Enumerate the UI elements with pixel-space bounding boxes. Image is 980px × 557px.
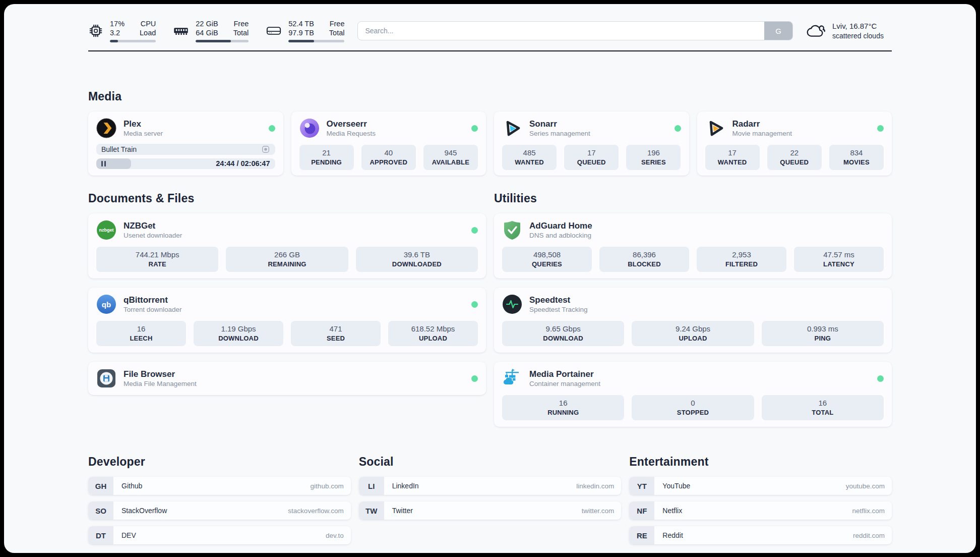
stat-tile-total: 16 TOTAL [762,395,884,420]
social-section-title: Social [359,455,622,469]
app-name: Sonarr [529,119,590,129]
memory-stat: 22 GiB 64 GiB Free Total [173,19,249,42]
app-card-qbittorrent[interactable]: qb qBittorrent Torrent downloader 16 LEE… [88,288,486,353]
disk-icon [266,23,282,38]
memory-label-1: Free [233,19,249,28]
bookmark-stackoverflow[interactable]: SO StackOverflow stackoverflow.com [88,502,351,520]
status-online-dot [675,125,681,132]
app-description: Torrent downloader [124,305,182,314]
bookmark-url: stackoverflow.com [288,507,343,515]
app-card-sonarr[interactable]: Sonarr Series management 485 WANTED 17 Q… [494,112,689,176]
app-card-plex[interactable]: Plex Media server Bullet Train 24:44 / 0 [88,112,283,176]
stat-tile-seed: 471 SEED [291,321,381,346]
status-online-dot [269,125,275,132]
stat-tile-download: 9.65 Gbps DOWNLOAD [502,321,624,346]
speedtest-icon [502,294,522,314]
bookmark-reddit[interactable]: RE Reddit reddit.com [629,526,892,544]
bookmark-abbr: SO [88,502,113,520]
cpu-label-2: Load [140,28,156,37]
bookmark-name: StackOverflow [121,507,167,515]
app-card-speedtest[interactable]: Speedtest Speedtest Tracking 9.65 Gbps D… [494,288,892,353]
app-name: Overseerr [327,119,376,129]
stat-tile-pending: 21 PENDING [299,145,354,170]
bookmark-url: dev.to [326,532,344,539]
media-section-title: Media [88,90,892,103]
bookmark-name: Twitter [392,507,413,515]
app-card-overseerr[interactable]: Overseerr Media Requests 21 PENDING 40 A… [291,112,486,176]
bookmark-url: twitter.com [582,507,615,515]
stat-tile-downloaded: 39.6 TB DOWNLOADED [356,247,478,272]
dashboard-page: 17% 3.2 CPU Load [4,4,976,553]
bookmark-name: Reddit [662,531,683,539]
weather-location-temp: Lviv, 16.87°C [832,21,884,31]
section-media: Media Plex Media server Bullet Train [88,90,892,176]
bookmark-url: linkedin.com [576,482,614,490]
bookmark-abbr: DT [88,526,113,544]
stat-tile-download: 1.19 Gbps DOWNLOAD [194,321,283,346]
overseerr-icon [299,118,320,138]
bookmark-url: github.com [311,482,344,490]
session-screen-icon [261,145,270,154]
app-card-radarr[interactable]: Radarr Movie management 17 WANTED 22 QUE… [697,112,892,176]
storage-stat: 52.4 TB 97.9 TB Free Total [266,19,344,42]
status-online-dot [471,301,478,308]
documents-section-title: Documents & Files [88,192,486,205]
radarr-icon [705,118,725,138]
bookmark-linkedin[interactable]: LI LinkedIn linkedin.com [359,477,622,495]
bookmark-name: DEV [121,531,136,539]
app-name: Plex [124,119,163,129]
stat-tile-approved: 40 APPROVED [361,145,416,170]
bookmarks-social: Social LI LinkedIn linkedin.com TW Twitt… [359,455,622,520]
bookmark-abbr: GH [88,477,113,495]
storage-free-value: 52.4 TB [288,19,314,28]
plex-icon [96,118,116,138]
bookmark-dev[interactable]: DT DEV dev.to [88,526,351,544]
qbittorrent-icon: qb [96,294,116,314]
now-playing-title: Bullet Train [101,145,137,153]
app-description: Usenet downloader [124,231,182,240]
utilities-section-title: Utilities [494,192,892,205]
memory-icon [173,23,189,38]
app-description: Speedtest Tracking [529,305,588,314]
system-stats: 17% 3.2 CPU Load [88,19,344,42]
storage-label-2: Total [329,28,345,37]
section-documents: Documents & Files nzbget NZBGet Usenet d… [88,192,486,395]
bookmark-netflix[interactable]: NF Netflix netflix.com [629,502,892,520]
app-card-adguard[interactable]: AdGuard Home DNS and adblocking 498,508 … [494,213,892,278]
cpu-icon [88,23,103,38]
bookmark-name: YouTube [662,482,690,490]
app-description: DNS and adblocking [529,231,592,240]
bookmark-abbr: LI [359,477,384,495]
app-name: Media Portainer [529,369,600,379]
cloud-icon [806,22,826,39]
cpu-percent: 17% [110,19,125,28]
storage-label-1: Free [329,19,345,28]
stat-tile-queued: 22 QUEUED [767,145,822,170]
header: 17% 3.2 CPU Load [88,19,892,42]
stat-tile-queued: 17 QUEUED [564,145,619,170]
bookmark-github[interactable]: GH Github github.com [88,477,351,495]
stat-tile-stopped: 0 STOPPED [632,395,754,420]
bookmark-twitter[interactable]: TW Twitter twitter.com [359,502,622,520]
adguard-icon [502,220,522,240]
status-online-dot [471,227,478,234]
filebrowser-icon [96,368,116,388]
cpu-label-1: CPU [140,19,156,28]
app-card-nzbget[interactable]: nzbget NZBGet Usenet downloader 744.21 M… [88,213,486,278]
app-card-filebrowser[interactable]: File Browser Media File Management [88,362,486,395]
sonarr-icon [502,118,522,138]
now-playing-row: Bullet Train [96,144,275,155]
cpu-load-value: 3.2 [110,28,125,37]
bookmark-url: netflix.com [852,507,885,515]
app-name: qBittorrent [124,295,182,305]
header-divider [88,50,892,51]
bookmark-name: Github [121,482,142,490]
stat-tile-series: 196 SERIES [626,145,681,170]
bookmark-youtube[interactable]: YT YouTube youtube.com [629,477,892,495]
app-description: Media Requests [327,129,376,138]
search-input[interactable] [357,21,793,40]
status-online-dot [877,125,884,132]
search-engine-button[interactable]: G [764,22,792,40]
stat-tile-latency: 47.57 ms LATENCY [794,247,884,272]
app-card-portainer[interactable]: Media Portainer Container management 16 … [494,362,892,427]
